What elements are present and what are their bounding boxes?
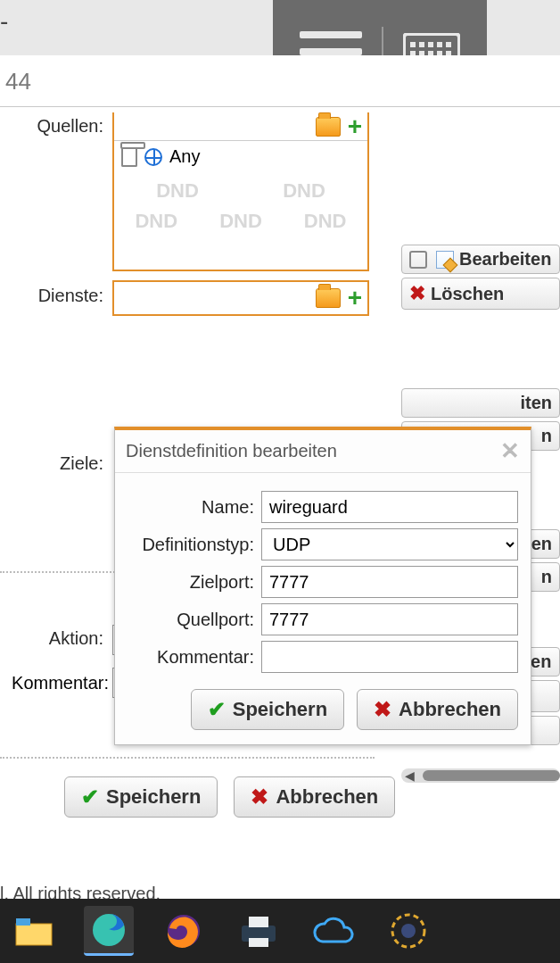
deftyp-label: Definitionstyp:	[128, 535, 261, 555]
globe-icon	[144, 148, 162, 166]
header-dash: -	[0, 7, 8, 36]
dialog-close-icon[interactable]: ✕	[500, 437, 520, 465]
svg-rect-13	[16, 918, 30, 926]
label-aktion: Aktion:	[0, 628, 109, 649]
svg-rect-4	[437, 42, 442, 47]
svg-rect-5	[446, 42, 451, 47]
plus-icon[interactable]: +	[348, 114, 362, 139]
quellport-label: Quellport:	[128, 610, 261, 630]
any-label: Any	[169, 146, 200, 167]
folder-icon[interactable]	[316, 288, 341, 308]
dlg-kommentar-label: Kommentar:	[128, 647, 261, 668]
separator	[0, 757, 375, 759]
gear-badge-icon[interactable]	[383, 906, 433, 956]
cancel-label: Abbrechen	[276, 785, 378, 809]
label-dienste: Dienste:	[0, 286, 109, 306]
check-icon: ✔	[208, 697, 226, 722]
check-icon: ✔	[81, 785, 99, 809]
checkbox[interactable]	[409, 251, 427, 269]
svg-point-20	[401, 924, 416, 938]
dnd-placeholder: DNDDNDDND	[114, 210, 367, 233]
edge-icon[interactable]	[84, 906, 134, 956]
explorer-icon[interactable]	[9, 906, 59, 956]
dialog-title: Dienstdefinition bearbeiten	[126, 441, 337, 461]
svg-rect-1	[410, 42, 416, 47]
scrollbar[interactable]: ◀	[401, 768, 560, 783]
dienste-box[interactable]: +	[112, 280, 369, 316]
label-kommentar: Kommentar:	[0, 673, 109, 693]
name-input[interactable]	[261, 491, 518, 523]
cross-icon: ✖	[374, 697, 391, 722]
delete-icon: ✖	[409, 282, 425, 305]
side-group: Bearbeiten ✖Löschen	[401, 245, 560, 310]
bearbeiten-partial[interactable]: iten	[401, 388, 560, 418]
zielport-input[interactable]	[261, 566, 518, 598]
dlg-kommentar-input[interactable]	[261, 641, 518, 673]
folder-icon[interactable]	[316, 117, 341, 137]
svg-rect-17	[249, 917, 268, 927]
dialog-cancel-button[interactable]: ✖ Abbrechen	[357, 689, 518, 730]
edit-icon	[436, 251, 454, 269]
save-label: Speichern	[106, 785, 201, 809]
printer-icon[interactable]	[234, 906, 284, 956]
label-quellen: Quellen:	[0, 116, 109, 137]
url-fragment[interactable]: 44	[0, 55, 560, 107]
trash-icon[interactable]	[121, 147, 137, 167]
dnd-placeholder: DNDDND	[114, 179, 367, 203]
svg-rect-3	[428, 42, 433, 47]
firefox-icon[interactable]	[159, 906, 209, 956]
deftyp-select[interactable]: UDP	[261, 528, 518, 560]
label-ziele: Ziele:	[0, 453, 109, 474]
dialog-save-button[interactable]: ✔ Speichern	[191, 689, 344, 730]
zielport-label: Zielport:	[128, 572, 261, 593]
name-label: Name:	[128, 497, 261, 518]
quellen-box[interactable]: + Any DNDDND DNDDNDDND	[112, 112, 369, 271]
dienst-dialog: Dienstdefinition bearbeiten ✕ Name: Defi…	[114, 427, 531, 745]
quellport-input[interactable]	[261, 603, 518, 635]
svg-rect-2	[419, 42, 424, 47]
svg-rect-18	[249, 938, 268, 947]
page-cancel-button[interactable]: ✖ Abbrechen	[234, 776, 395, 818]
page-save-button[interactable]: ✔ Speichern	[64, 776, 218, 818]
taskbar	[0, 899, 560, 963]
svg-rect-12	[16, 924, 52, 945]
plus-icon[interactable]: +	[348, 286, 362, 311]
quellen-item-any[interactable]: Any	[114, 141, 367, 172]
dlg-cancel-label: Abbrechen	[399, 698, 501, 721]
cross-icon: ✖	[251, 785, 268, 809]
cloud-icon[interactable]	[309, 906, 358, 956]
dlg-save-label: Speichern	[233, 698, 327, 721]
bearbeiten-button[interactable]: Bearbeiten	[401, 245, 560, 274]
loeschen-button[interactable]: ✖Löschen	[401, 278, 560, 310]
